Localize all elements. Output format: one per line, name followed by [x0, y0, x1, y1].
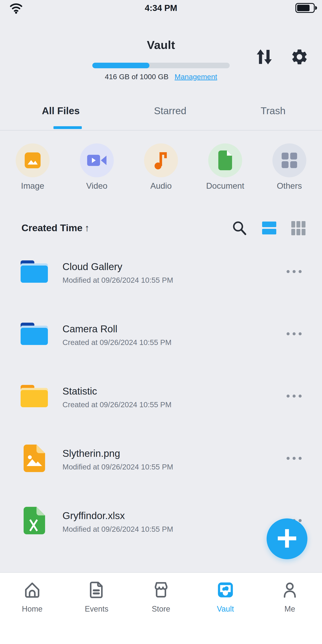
- category-image[interactable]: Image: [11, 144, 54, 190]
- tab-all-files[interactable]: All Files: [42, 101, 80, 121]
- list-view-icon[interactable]: [262, 220, 277, 236]
- category-video[interactable]: Video: [75, 144, 118, 190]
- more-options-icon[interactable]: [286, 390, 302, 402]
- tab-trash[interactable]: Trash: [260, 101, 286, 121]
- category-document[interactable]: Document: [204, 144, 247, 190]
- more-options-icon[interactable]: [286, 266, 302, 277]
- music-note-icon: [144, 144, 178, 177]
- grid-icon: [272, 144, 306, 177]
- active-tab-indicator: [54, 126, 82, 129]
- excel-file-icon: [20, 507, 48, 534]
- storage-progress-fill: [92, 63, 150, 68]
- battery-icon: [296, 3, 317, 14]
- file-name: Camera Roll: [62, 323, 172, 335]
- nav-vault[interactable]: Vault: [193, 573, 258, 644]
- file-row-slytherin[interactable]: Slytherin.png Modified at 09/26/2024 10:…: [0, 427, 322, 490]
- file-meta: Created at 09/26/2024 10:55 PM: [62, 338, 172, 347]
- page-title: Vault: [0, 38, 322, 52]
- category-others[interactable]: Others: [268, 144, 311, 190]
- status-time: 4:34 PM: [0, 0, 322, 16]
- more-options-icon[interactable]: [286, 328, 302, 340]
- more-options-icon[interactable]: [286, 452, 302, 464]
- file-list: Cloud Gallery Modified at 09/26/2024 10:…: [0, 240, 322, 552]
- storage-usage-text: 416 GB of 1000 GB: [105, 72, 168, 81]
- yellow-folder-icon: [20, 385, 48, 407]
- sort-swap-icon[interactable]: [256, 48, 273, 66]
- file-meta: Modified at 09/26/2024 10:55 PM: [62, 462, 173, 471]
- file-meta: Modified at 09/26/2024 10:55 PM: [62, 276, 173, 284]
- file-name: Slytherin.png: [62, 448, 173, 459]
- file-meta: Created at 09/26/2024 10:55 PM: [62, 400, 172, 409]
- status-bar: 4:34 PM: [0, 0, 322, 15]
- file-row-camera-roll[interactable]: Camera Roll Created at 09/26/2024 10:55 …: [0, 303, 322, 365]
- file-row-cloud-gallery[interactable]: Cloud Gallery Modified at 09/26/2024 10:…: [0, 240, 322, 303]
- bottom-navigation: Home Events Store: [0, 572, 322, 644]
- nav-store[interactable]: Store: [129, 573, 193, 644]
- vault-icon: [216, 580, 235, 601]
- divider: [0, 130, 322, 130]
- add-fab-button[interactable]: [266, 518, 308, 559]
- list-toolbar: Created Time↑: [0, 217, 322, 239]
- file-meta: Modified at 09/26/2024 10:55 PM: [62, 525, 173, 534]
- image-file-icon: [20, 444, 48, 472]
- nav-me[interactable]: Me: [258, 573, 322, 644]
- tab-starred[interactable]: Starred: [154, 101, 186, 121]
- search-icon[interactable]: [232, 220, 247, 236]
- file-row-statistic[interactable]: Statistic Created at 09/26/2024 10:55 PM: [0, 365, 322, 427]
- file-name: Statistic: [62, 385, 172, 397]
- nav-events[interactable]: Events: [64, 573, 129, 644]
- vault-header: Vault 416 GB of 1000 GB Management: [0, 15, 322, 101]
- tab-bar: All Files Starred Trash: [0, 101, 322, 130]
- nav-home[interactable]: Home: [0, 573, 64, 644]
- plus-icon: [278, 529, 296, 548]
- image-icon: [16, 144, 50, 177]
- sort-order-button[interactable]: Created Time↑: [22, 217, 90, 239]
- category-audio[interactable]: Audio: [140, 144, 182, 190]
- file-name: Cloud Gallery: [62, 261, 173, 272]
- blue-folder-icon: [20, 260, 48, 283]
- store-icon: [151, 580, 171, 601]
- video-icon: [80, 144, 114, 177]
- file-name: Gryffindor.xlsx: [62, 510, 173, 522]
- me-icon: [280, 580, 300, 601]
- home-icon: [22, 580, 42, 601]
- settings-gear-icon[interactable]: [290, 48, 309, 67]
- events-icon: [87, 580, 106, 601]
- document-icon: [208, 144, 242, 177]
- category-row: Image Video Audio: [0, 144, 322, 190]
- arrow-up-icon: ↑: [84, 222, 90, 233]
- blue-folder-icon: [20, 323, 48, 345]
- grid-view-icon[interactable]: [291, 220, 306, 236]
- management-link[interactable]: Management: [174, 72, 217, 81]
- storage-progress-bar: [92, 63, 230, 68]
